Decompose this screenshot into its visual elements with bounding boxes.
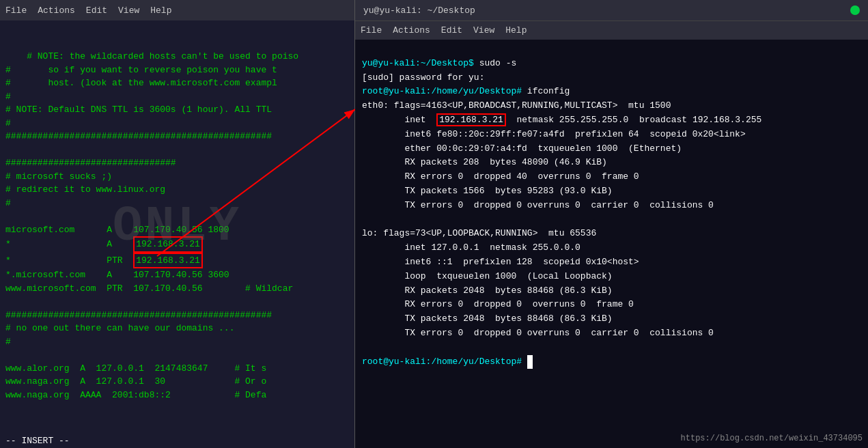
- right-menu-actions[interactable]: Actions: [393, 25, 430, 36]
- right-menu-help[interactable]: Help: [505, 25, 527, 36]
- inet-ip-highlight: 192.168.3.21: [436, 113, 506, 126]
- right-title-text: yu@yu-kali: ~/Desktop: [363, 5, 475, 16]
- menu-view[interactable]: View: [118, 5, 139, 16]
- watermark: https://blog.csdn.net/weixin_43734095: [681, 432, 863, 445]
- right-titlebar: yu@yu-kali: ~/Desktop: [355, 0, 868, 20]
- left-status-bar: -- INSERT --: [0, 433, 354, 448]
- left-menubar: File Actions Edit View Help: [0, 0, 354, 20]
- maximize-button[interactable]: [850, 5, 860, 15]
- right-menu-view[interactable]: View: [473, 25, 494, 36]
- right-panel: yu@yu-kali: ~/Desktop File Actions Edit …: [355, 0, 868, 448]
- insert-mode-label: -- INSERT --: [5, 436, 70, 446]
- right-menu-edit[interactable]: Edit: [441, 25, 462, 36]
- menu-help[interactable]: Help: [150, 5, 171, 16]
- highlight-ip-1: 192.168.3.21: [133, 236, 203, 253]
- right-menubar: File Actions Edit View Help: [355, 20, 868, 40]
- highlight-ip-2: 192.168.3.21: [133, 253, 203, 269]
- menu-edit[interactable]: Edit: [86, 5, 107, 16]
- menu-actions[interactable]: Actions: [38, 5, 75, 16]
- right-terminal-content[interactable]: yu@yu-kali:~/Desktop$ sudo -s [sudo] pas…: [355, 40, 868, 448]
- menu-file[interactable]: File: [5, 5, 27, 16]
- left-panel: File Actions Edit View Help ONLY # NOTE:…: [0, 0, 355, 448]
- right-menu-file[interactable]: File: [361, 25, 382, 36]
- left-editor-content: ONLY # NOTE: the wildcarded hosts can't …: [0, 20, 354, 433]
